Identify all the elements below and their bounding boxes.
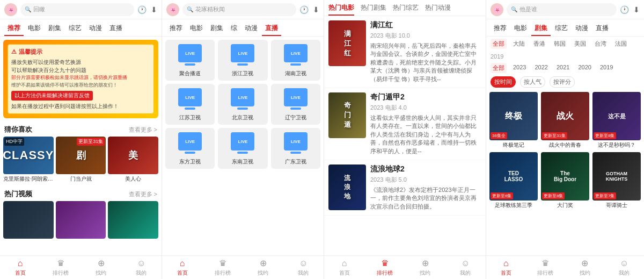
live-channel-8[interactable]: LIVE 广东卫视: [271, 128, 320, 169]
nav-tab-live-4[interactable]: 直播: [592, 22, 612, 36]
live-channel-0[interactable]: LIVE 聚合播道: [165, 40, 215, 81]
clock-icon-2[interactable]: 🕐: [299, 5, 309, 14]
sub-year-2021[interactable]: 2021: [554, 63, 572, 73]
section1-more[interactable]: 查看更多 >: [129, 126, 157, 134]
bottom-find-1[interactable]: ⊕ 找约: [81, 258, 121, 277]
drama-item-4[interactable]: TheBig Door 更新至8集 大门奖: [541, 152, 589, 209]
search-bar-1[interactable]: 🔍 回瞰: [20, 3, 134, 16]
nav-tab-movie-4[interactable]: 电影: [511, 22, 530, 36]
live-channel-4[interactable]: LIVE 北京卫视: [218, 84, 267, 125]
live-channel-3[interactable]: LIVE 江苏卫视: [165, 84, 215, 125]
avatar-1[interactable]: 🌸: [4, 3, 17, 16]
recommend-item-0[interactable]: CLASSY HD中字 克里斯滕拉·阿朗索：中产…: [3, 137, 54, 183]
filter-popularity[interactable]: 按人气: [520, 76, 545, 88]
sub-year-2019[interactable]: 2019: [598, 63, 615, 73]
nav-tab-series-4[interactable]: 剧集: [531, 22, 551, 36]
live-channel-1[interactable]: LIVE 浙江卫视: [218, 40, 267, 81]
badge-update-1: 更新至31集: [77, 138, 105, 146]
nav-tab-variety-2[interactable]: 综: [228, 22, 240, 36]
movie-item-2[interactable]: 流浪地 流浪地球2 2023 电影 5.0 《流浪地球2》发布定档于2023年正…: [324, 160, 486, 216]
bottom-profile-1[interactable]: ☺ 我的: [121, 259, 162, 277]
bottom-profile-4[interactable]: ☺ 我的: [605, 259, 645, 277]
nav-tab-anime-2[interactable]: 动漫: [241, 22, 261, 36]
bottom-find-2[interactable]: ⊕ 找约: [243, 258, 283, 277]
banner-btn[interactable]: 以上方法仍未能解决请留言反馈: [11, 91, 93, 101]
hot-item-2[interactable]: [108, 201, 158, 239]
drama-item-2[interactable]: 这不是 更新至8集 这不是秒秒吗？: [592, 92, 641, 149]
bottom-rank-4[interactable]: ♛ 排行榜: [526, 258, 566, 277]
avatar-2[interactable]: 🌸: [166, 3, 179, 16]
hot-tab-anime[interactable]: 热门动漫: [425, 3, 451, 16]
movie-item-1[interactable]: 奇门遁 奇门遁甲2 2023 电影 4.0 这看似太平盛世的极火人间，其实并非只…: [324, 88, 486, 160]
sub-nav-region: 全部 大陆 香港 韩国 美国 台湾 法国 2019: [486, 37, 644, 62]
live-tv-7: LIVE: [231, 132, 254, 151]
bottom-find-3[interactable]: ⊕ 找约: [405, 258, 445, 277]
search-bar-2[interactable]: 🔍 花琢精秋闻: [182, 3, 296, 16]
hot-tab-variety[interactable]: 热门综艺: [393, 3, 419, 16]
nav-tab-variety-1[interactable]: 综艺: [65, 22, 85, 36]
drama-item-1[interactable]: 战火 更新至31集 战火中的青春: [541, 92, 589, 149]
search-bar-4[interactable]: 🔍 他是谁: [507, 3, 617, 16]
nav-tab-movie-1[interactable]: 电影: [25, 22, 44, 36]
avatar-4[interactable]: 🌸: [491, 3, 503, 16]
drama-item-5[interactable]: GOTHAMKNIGHTS 更新至7集 哥谭骑士: [592, 152, 641, 209]
sub-region-kr[interactable]: 韩国: [552, 39, 568, 49]
bottom-rank-3[interactable]: ♛ 排行榜: [364, 258, 405, 277]
drama-item-3[interactable]: TEDLASSO 更新至6集 足球教练第三季: [489, 152, 538, 209]
nav-tab-series-2[interactable]: 剧集: [207, 22, 226, 36]
download-icon-2[interactable]: ⬇: [313, 5, 319, 14]
drama-title-0: 终极笔记: [489, 141, 538, 149]
filter-time[interactable]: 按时间: [491, 76, 516, 88]
bottom-profile-3[interactable]: ☺ 我的: [445, 259, 486, 277]
bottom-find-4[interactable]: ⊕ 找约: [565, 258, 605, 277]
nav-tab-recommend-4[interactable]: 推荐: [491, 22, 510, 36]
bottom-rank-2[interactable]: ♛ 排行榜: [202, 258, 243, 277]
filter-rating[interactable]: 按评分: [550, 76, 575, 88]
bottom-home-4[interactable]: ⌂ 首页: [486, 259, 526, 277]
drama-item-0[interactable]: 终极 36集全 终极笔记: [489, 92, 538, 149]
nav-tab-series-1[interactable]: 剧集: [45, 22, 64, 36]
recommend-item-1[interactable]: 剧 更新至31集 门当户就: [56, 137, 106, 183]
movie-title-2: 流浪地球2: [370, 164, 481, 174]
live-channel-6[interactable]: LIVE 东方卫视: [165, 128, 215, 169]
live-channel-7[interactable]: LIVE 东南卫视: [218, 128, 267, 169]
nav-tab-recommend-1[interactable]: 推荐: [4, 22, 24, 36]
bottom-home-3[interactable]: ⌂ 首页: [324, 259, 364, 277]
hot-item-1[interactable]: [56, 201, 106, 239]
sub-region-mainland[interactable]: 大陆: [511, 39, 527, 49]
filter-row: 按时间 按人气 按评分: [486, 75, 644, 89]
sub-region-us[interactable]: 美国: [572, 39, 588, 49]
hot-item-0[interactable]: [3, 201, 54, 239]
sub-region-all[interactable]: 全部: [491, 39, 507, 49]
sub-year-2023[interactable]: 2023: [511, 63, 528, 73]
bottom-home-1[interactable]: ⌂ 首页: [0, 259, 40, 277]
nav-tab-variety-4[interactable]: 综艺: [552, 22, 571, 36]
nav-tab-movie-2[interactable]: 电影: [187, 22, 206, 36]
download-icon-1[interactable]: ⬇: [151, 5, 157, 14]
movie-item-0[interactable]: 满江红 满江红 2023 电影 10.0 南宋绍兴年间，岳飞死后四年，秦桧率兵与…: [324, 16, 486, 88]
bottom-rank-1[interactable]: ♛ 排行榜: [40, 258, 80, 277]
nav-tab-recommend-2[interactable]: 推荐: [166, 22, 186, 36]
sub-region-fr[interactable]: 法国: [613, 39, 629, 49]
nav-tab-anime-4[interactable]: 动漫: [572, 22, 591, 36]
nav-tab-live-1[interactable]: 直播: [106, 22, 126, 36]
section2-more[interactable]: 查看更多 >: [129, 190, 157, 198]
hot-tab-movie[interactable]: 热门电影: [328, 3, 354, 16]
nav-tab-live-2[interactable]: 直播: [262, 22, 281, 36]
nav-tab-anime-1[interactable]: 动漫: [86, 22, 105, 36]
download-icon-4[interactable]: ⬇: [633, 5, 640, 14]
sub-year-all[interactable]: 全部: [491, 63, 507, 73]
live-channel-2[interactable]: LIVE 湖南卫视: [271, 40, 320, 81]
clock-icon-1[interactable]: 🕐: [137, 5, 147, 14]
bottom-home-2[interactable]: ⌂ 首页: [162, 259, 202, 277]
sub-year-2020[interactable]: 2020: [576, 63, 593, 73]
sub-year-2022[interactable]: 2022: [532, 63, 550, 73]
live-channel-5[interactable]: LIVE 辽宁卫视: [271, 84, 320, 125]
sub-region-hk[interactable]: 香港: [531, 39, 547, 49]
sub-region-tw[interactable]: 台湾: [592, 39, 609, 49]
recommend-item-2[interactable]: 美 美人心: [108, 137, 158, 183]
clock-icon-4[interactable]: 🕐: [620, 5, 629, 14]
bottom-nav-4: ⌂ 首页 ♛ 排行榜 ⊕ 找约 ☺ 我的: [486, 255, 644, 279]
hot-tab-series[interactable]: 热门剧集: [361, 3, 386, 16]
bottom-profile-2[interactable]: ☺ 我的: [283, 259, 324, 277]
